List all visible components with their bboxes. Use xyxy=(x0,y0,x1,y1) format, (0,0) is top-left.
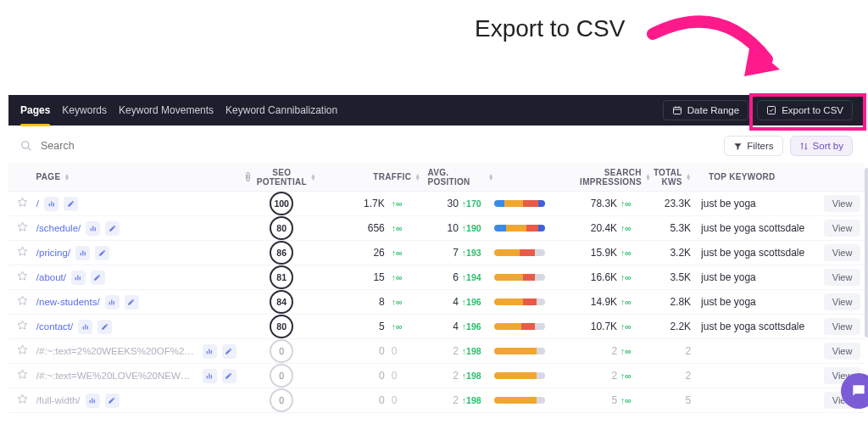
page-link[interactable]: /schedule/ xyxy=(36,223,81,233)
svg-rect-15 xyxy=(109,302,110,304)
svg-rect-3 xyxy=(48,204,49,206)
edit-button[interactable] xyxy=(222,344,236,359)
annotation-label: Export to CSV xyxy=(475,15,625,42)
traffic-delta: 0 xyxy=(388,394,425,406)
edit-button[interactable] xyxy=(64,197,78,211)
top-keyword-value: just be yoga scottsdale xyxy=(701,222,824,234)
edit-button[interactable] xyxy=(222,369,236,383)
chart-button[interactable] xyxy=(71,271,86,285)
date-range-button[interactable]: Date Range xyxy=(663,100,748,120)
avg-position-value: 4 xyxy=(424,321,459,332)
star-icon[interactable] xyxy=(17,221,28,232)
col-traffic[interactable]: TRAFFIC ▲▼ xyxy=(315,172,425,181)
edit-button[interactable] xyxy=(105,221,120,236)
view-button[interactable]: View xyxy=(824,343,861,360)
page-link[interactable]: /#:~:text=2%20WEEKS%20OF%20UNLIMIT... xyxy=(36,346,198,356)
avg-position-value: 6 xyxy=(424,271,459,283)
info-icon: i xyxy=(246,172,250,181)
star-icon[interactable] xyxy=(17,295,28,306)
chart-button[interactable] xyxy=(86,221,100,236)
view-button[interactable]: View xyxy=(824,293,861,310)
col-avg-position[interactable]: AVG. POSITION ▲▼ xyxy=(424,168,554,187)
col-total-kws[interactable]: TOTAL KWS ▲▼ xyxy=(651,168,702,187)
traffic-delta: ↑∞ xyxy=(388,222,425,234)
total-kws-value: 5 xyxy=(650,394,701,406)
chat-icon xyxy=(850,382,867,399)
chart-button[interactable] xyxy=(75,246,90,260)
avg-position-value: 10 xyxy=(424,222,459,234)
impressions-delta: ↑∞ xyxy=(617,222,650,234)
svg-rect-20 xyxy=(86,326,87,329)
page-link[interactable]: /full-width/ xyxy=(36,395,81,405)
svg-rect-24 xyxy=(207,376,208,378)
chart-button[interactable] xyxy=(105,295,120,310)
table-header: PAGE ▲▼ i SEO POTENTIAL ▲▼ TRAFFIC ▲▼ AV… xyxy=(8,163,865,192)
star-icon[interactable] xyxy=(17,369,28,380)
seo-potential-ring: 0 xyxy=(270,388,293,412)
avg-position-delta: ↑196 xyxy=(459,296,495,308)
impressions-value: 2 xyxy=(552,370,617,382)
svg-rect-11 xyxy=(84,252,85,255)
impressions-value: 16.6K xyxy=(552,271,617,283)
chart-button[interactable] xyxy=(203,344,217,359)
chart-button[interactable] xyxy=(78,320,92,334)
chart-button[interactable] xyxy=(203,369,217,383)
impressions-value: 15.9K xyxy=(552,247,617,259)
page-link[interactable]: / xyxy=(36,198,39,209)
star-icon[interactable] xyxy=(17,197,28,208)
filters-button[interactable]: Filters xyxy=(724,136,782,156)
table-row: /schedule/ 80 656 ↑∞ 10 ↑190 20.4K ↑∞ 5.… xyxy=(8,216,865,241)
tab-keyword-cannibalization[interactable]: Keyword Cannibalization xyxy=(225,95,337,126)
export-csv-button[interactable]: Export to CSV xyxy=(757,100,853,120)
star-icon[interactable] xyxy=(17,320,28,331)
seo-potential-ring: 80 xyxy=(270,315,293,338)
tab-keywords[interactable]: Keywords xyxy=(62,95,107,126)
edit-button[interactable] xyxy=(91,271,105,285)
seo-potential-ring: 84 xyxy=(270,290,293,314)
col-page[interactable]: PAGE ▲▼ xyxy=(36,172,248,181)
scrollbar[interactable] xyxy=(865,168,868,338)
tab-keyword-movements[interactable]: Keyword Movements xyxy=(119,95,214,126)
col-search-impressions[interactable]: SEARCH IMPRESSIONS ▲▼ xyxy=(554,168,651,187)
view-button[interactable]: View xyxy=(824,195,861,212)
page-link[interactable]: /contact/ xyxy=(36,321,73,332)
table-row: /pricing/ 86 26 ↑∞ 7 ↑193 15.9K ↑∞ 3.2K … xyxy=(8,241,865,265)
impressions-delta: ↑∞ xyxy=(617,321,650,332)
impressions-delta: ↑∞ xyxy=(617,271,650,283)
tab-pages[interactable]: Pages xyxy=(20,95,50,126)
page-link[interactable]: /new-students/ xyxy=(36,297,100,307)
col-seo-potential[interactable]: i SEO POTENTIAL ▲▼ xyxy=(248,168,315,187)
avg-position-delta: ↑198 xyxy=(459,345,495,357)
view-button[interactable]: View xyxy=(824,220,861,237)
view-button[interactable]: View xyxy=(824,244,861,261)
svg-rect-22 xyxy=(209,349,209,354)
svg-rect-17 xyxy=(114,301,114,304)
view-button[interactable]: View xyxy=(824,318,861,335)
distribution-bar xyxy=(494,298,545,305)
edit-button[interactable] xyxy=(95,246,109,260)
navbar: Pages Keywords Keyword Movements Keyword… xyxy=(8,95,865,126)
sort-by-button[interactable]: Sort by xyxy=(790,136,853,156)
edit-button[interactable] xyxy=(105,393,120,408)
avg-position-delta: ↑193 xyxy=(459,247,495,259)
star-icon[interactable] xyxy=(17,393,28,404)
traffic-delta: ↑∞ xyxy=(388,247,425,259)
avg-position-delta: ↑194 xyxy=(459,271,495,283)
page-link[interactable]: /pricing/ xyxy=(36,248,70,258)
page-link[interactable]: /about/ xyxy=(36,272,66,282)
traffic-value: 0 xyxy=(314,394,388,406)
traffic-delta: ↑∞ xyxy=(388,296,425,308)
search-input[interactable] xyxy=(41,140,210,152)
view-button[interactable]: View xyxy=(824,269,861,286)
star-icon[interactable] xyxy=(17,344,28,355)
star-icon[interactable] xyxy=(17,246,28,257)
chart-button[interactable] xyxy=(86,393,100,408)
edit-button[interactable] xyxy=(125,295,139,310)
edit-button[interactable] xyxy=(97,320,112,334)
table-body: / 100 1.7K ↑∞ 30 ↑170 78.3K ↑∞ 23.3K jus… xyxy=(8,192,865,413)
page-link[interactable]: /#:~:text=WE%20LOVE%20NEW%20STUDE... xyxy=(36,371,198,381)
avg-position-delta: ↑170 xyxy=(459,198,495,209)
chart-button[interactable] xyxy=(44,197,58,211)
total-kws-value: 3.2K xyxy=(650,247,701,259)
star-icon[interactable] xyxy=(17,271,28,282)
